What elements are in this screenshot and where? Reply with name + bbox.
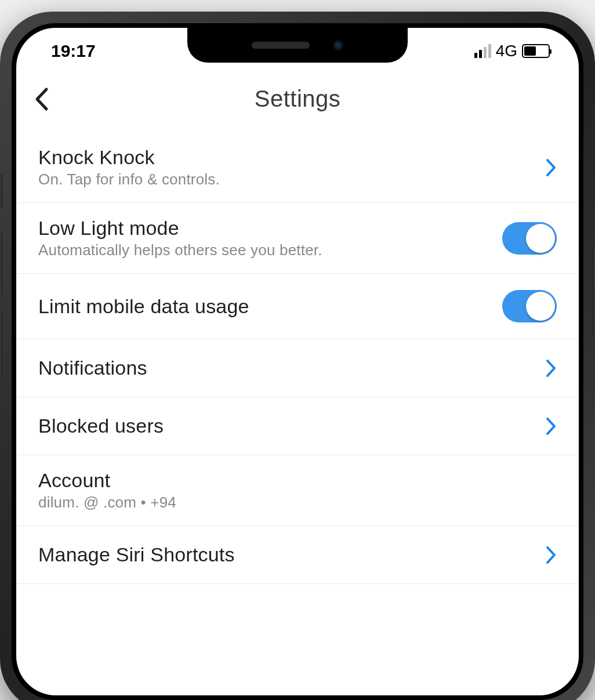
setting-limit-mobile-data: Limit mobile data usage — [16, 274, 579, 339]
page-title: Settings — [255, 86, 341, 112]
chevron-right-icon — [545, 158, 557, 177]
chevron-left-icon — [34, 87, 49, 111]
setting-low-light-mode: Low Light mode Automatically helps other… — [16, 203, 579, 274]
status-time: 19:17 — [39, 41, 96, 61]
phone-notch — [187, 28, 408, 63]
setting-item-title: Account — [38, 469, 176, 492]
chevron-right-icon — [545, 416, 557, 436]
chevron-right-icon — [545, 358, 557, 378]
back-button[interactable] — [34, 87, 49, 114]
setting-account[interactable]: Account dilum. @ .com • +94 — [16, 455, 579, 526]
navigation-header: Settings — [16, 68, 579, 132]
network-type-label: 4G — [496, 42, 517, 60]
settings-list: Knock Knock On. Tap for info & controls.… — [16, 132, 579, 584]
setting-item-title: Blocked users — [38, 415, 164, 437]
limit-mobile-data-toggle[interactable] — [502, 290, 557, 322]
setting-item-title: Knock Knock — [38, 146, 220, 169]
setting-item-title: Low Light mode — [38, 217, 322, 240]
setting-manage-siri-shortcuts[interactable]: Manage Siri Shortcuts — [16, 526, 579, 584]
battery-icon — [522, 44, 550, 58]
setting-item-title: Notifications — [38, 357, 147, 379]
chevron-right-icon — [545, 545, 557, 565]
setting-item-title: Manage Siri Shortcuts — [38, 543, 235, 566]
setting-knock-knock[interactable]: Knock Knock On. Tap for info & controls. — [16, 132, 579, 203]
setting-notifications[interactable]: Notifications — [16, 339, 579, 397]
setting-blocked-users[interactable]: Blocked users — [16, 397, 579, 455]
setting-item-title: Limit mobile data usage — [38, 295, 249, 318]
setting-item-subtitle: Automatically helps others see you bette… — [38, 241, 322, 259]
low-light-mode-toggle[interactable] — [502, 222, 557, 255]
signal-icon — [474, 44, 491, 58]
setting-item-subtitle: On. Tap for info & controls. — [38, 171, 220, 188]
setting-item-subtitle: dilum. @ .com • +94 — [38, 494, 176, 512]
